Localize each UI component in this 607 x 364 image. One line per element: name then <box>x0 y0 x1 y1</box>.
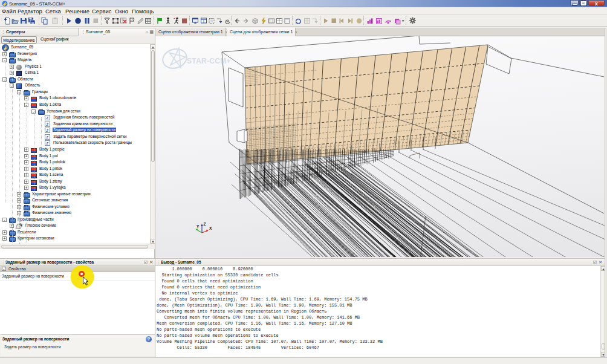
svg-text:STAR-CCM+: STAR-CCM+ <box>187 57 231 65</box>
svg-text:X: X <box>209 226 212 230</box>
svg-text:Y: Y <box>196 224 200 229</box>
svg-text:Z: Z <box>204 222 206 226</box>
